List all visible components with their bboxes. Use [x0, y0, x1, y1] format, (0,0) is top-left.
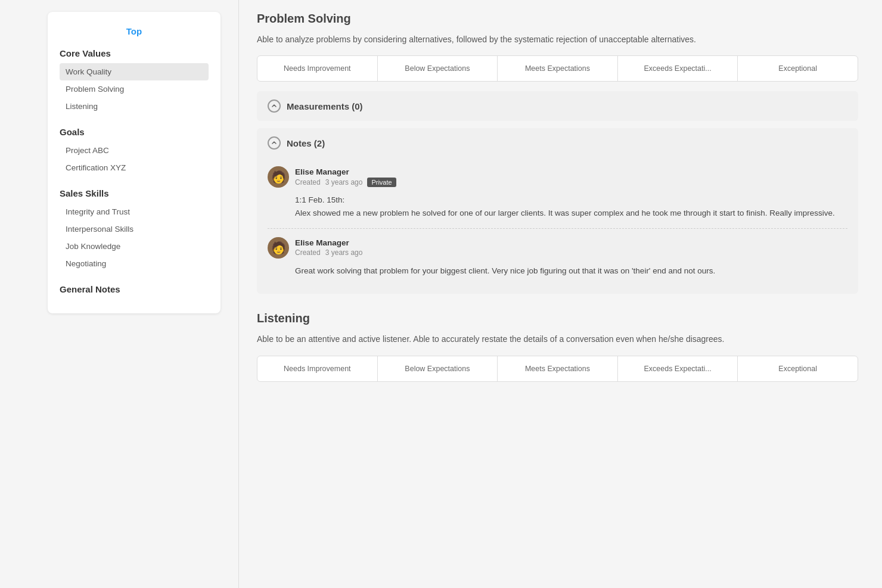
listening-description: Able to be an attentive and active liste…: [257, 332, 858, 346]
listening-rating-below-expectations[interactable]: Below Expectations: [378, 356, 498, 381]
note-1-author: Elise Manager: [295, 167, 396, 176]
note-item-1: 🧑 Elise Manager Created 3 years ago Priv…: [268, 158, 847, 228]
note-1-text: 1:1 Feb. 15th: Alex showed me a new prob…: [268, 194, 847, 219]
sidebar-section-general-notes: General Notes: [60, 284, 209, 294]
sidebar-item-certification-xyz[interactable]: Certification XYZ: [60, 159, 209, 176]
note-item-2: 🧑 Elise Manager Created 3 years ago Grea…: [268, 229, 847, 286]
note-2-date: 3 years ago: [325, 248, 363, 257]
problem-solving-section: Problem Solving Able to analyze problems…: [257, 12, 858, 294]
note-1-date-line: Created 3 years ago Private: [295, 178, 396, 187]
notes-content: 🧑 Elise Manager Created 3 years ago Priv…: [268, 158, 847, 285]
measurements-section[interactable]: Measurements (0): [257, 91, 858, 121]
listening-section: Listening Able to be an attentive and ac…: [257, 312, 858, 381]
measurements-title: Measurements (0): [287, 101, 363, 111]
sidebar-section-goals: Goals: [60, 127, 209, 137]
sidebar-section-core-values: Core Values: [60, 48, 209, 58]
note-2-created-label: Created: [295, 248, 321, 257]
avatar-2: 🧑: [268, 237, 289, 259]
sidebar-top-label: Top: [60, 26, 209, 36]
sidebar: Top Core Values Work Quality Problem Sol…: [0, 0, 232, 588]
vertical-divider: [238, 0, 239, 588]
measurements-header: Measurements (0): [268, 99, 847, 113]
problem-solving-rating-bar[interactable]: Needs Improvement Below Expectations Mee…: [257, 55, 858, 82]
rating-below-expectations[interactable]: Below Expectations: [378, 56, 498, 81]
note-2-text: Great work solving that problem for your…: [268, 265, 847, 278]
note-2-date-line: Created 3 years ago: [295, 248, 362, 257]
listening-rating-exceeds-expectations[interactable]: Exceeds Expectati...: [618, 356, 738, 381]
sidebar-item-negotiating[interactable]: Negotiating: [60, 255, 209, 272]
listening-rating-needs-improvement[interactable]: Needs Improvement: [257, 356, 378, 381]
note-2-header: 🧑 Elise Manager Created 3 years ago: [268, 237, 847, 259]
rating-meets-expectations[interactable]: Meets Expectations: [498, 56, 618, 81]
listening-rating-meets-expectations[interactable]: Meets Expectations: [498, 356, 618, 381]
note-2-meta: Elise Manager Created 3 years ago: [295, 238, 362, 257]
sidebar-item-integrity-trust[interactable]: Integrity and Trust: [60, 203, 209, 220]
sidebar-item-problem-solving[interactable]: Problem Solving: [60, 80, 209, 98]
note-1-private-badge: Private: [367, 178, 396, 187]
note-1-date: 3 years ago: [325, 178, 363, 186]
rating-needs-improvement[interactable]: Needs Improvement: [257, 56, 378, 81]
note-1-created-label: Created: [295, 178, 321, 186]
note-2-author: Elise Manager: [295, 238, 362, 247]
listening-rating-bar[interactable]: Needs Improvement Below Expectations Mee…: [257, 356, 858, 382]
sidebar-item-work-quality[interactable]: Work Quality: [60, 63, 209, 80]
avatar-1: 🧑: [268, 166, 289, 188]
notes-title: Notes (2): [287, 138, 325, 148]
rating-exceptional[interactable]: Exceptional: [738, 56, 858, 81]
problem-solving-description: Able to analyze problems by considering …: [257, 33, 858, 46]
sidebar-item-interpersonal-skills[interactable]: Interpersonal Skills: [60, 220, 209, 238]
sidebar-section-sales-skills: Sales Skills: [60, 188, 209, 198]
note-1-meta: Elise Manager Created 3 years ago Privat…: [295, 167, 396, 187]
notes-chevron-icon: [268, 136, 281, 150]
notes-header[interactable]: Notes (2): [268, 136, 847, 150]
measurements-chevron-icon: [268, 99, 281, 113]
sidebar-item-job-knowledge[interactable]: Job Knowledge: [60, 238, 209, 255]
rating-exceeds-expectations[interactable]: Exceeds Expectati...: [618, 56, 738, 81]
listening-rating-exceptional[interactable]: Exceptional: [738, 356, 858, 381]
main-content: Problem Solving Able to analyze problems…: [245, 0, 882, 588]
notes-section: Notes (2) 🧑 Elise Manager Created: [257, 128, 858, 294]
sidebar-item-project-abc[interactable]: Project ABC: [60, 142, 209, 159]
problem-solving-title: Problem Solving: [257, 12, 858, 26]
note-1-header: 🧑 Elise Manager Created 3 years ago Priv…: [268, 166, 847, 188]
listening-title: Listening: [257, 312, 858, 325]
sidebar-card: Top Core Values Work Quality Problem Sol…: [48, 12, 220, 313]
sidebar-item-listening[interactable]: Listening: [60, 98, 209, 115]
